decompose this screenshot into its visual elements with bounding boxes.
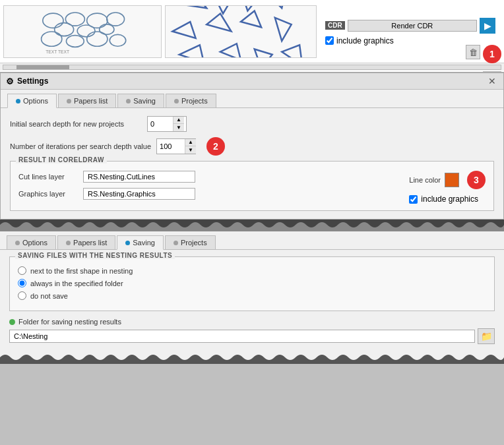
lower-tab-papers-list[interactable]: Papers list xyxy=(57,235,115,249)
lower-tab-projects[interactable]: Projects xyxy=(165,235,216,249)
svg-text:TEXT TEXT: TEXT TEXT xyxy=(46,49,69,54)
lower-settings-panel: Options Papers list Saving Projects SAVI… xyxy=(0,231,504,351)
jagged-divider-2 xyxy=(0,351,504,364)
settings-tabs-row: Options Papers list Saving Projects xyxy=(1,90,503,108)
radio-next-shape-label: next to the first shape in nesting xyxy=(30,267,133,275)
lower-tab-options-label: Options xyxy=(22,239,47,247)
delete-button[interactable]: 🗑 xyxy=(466,45,480,59)
tab-options[interactable]: Options xyxy=(7,94,57,108)
include-graphics-top-checkbox[interactable] xyxy=(325,36,334,45)
radio-do-not-save-label: do not save xyxy=(30,292,68,300)
iterations-label: Number of iterations per search depth va… xyxy=(10,142,151,150)
section-content: Cut lines layer Graphics layer Line colo… xyxy=(18,171,486,204)
lower-tab-projects-label: Projects xyxy=(181,239,207,247)
top-panel: TEXT TEXT xyxy=(0,0,504,73)
lower-tab-papers-dot xyxy=(66,241,71,245)
settings-title: ⚙ Settings xyxy=(6,76,48,86)
render-play-button[interactable]: ▶ xyxy=(480,18,495,34)
settings-titlebar: ⚙ Settings ✕ xyxy=(1,73,503,90)
radio-do-not-save-row: do not save xyxy=(18,291,486,300)
tab-saving-dot xyxy=(126,99,131,104)
initial-search-down[interactable]: ▼ xyxy=(173,124,184,131)
line-color-swatch[interactable] xyxy=(445,173,459,187)
badge-3: 3 xyxy=(467,171,486,189)
initial-search-input[interactable]: ▲ ▼ xyxy=(147,116,187,132)
lower-tab-saving-label: Saving xyxy=(133,239,155,247)
scrollbar-track[interactable] xyxy=(3,65,501,70)
tab-papers-dot xyxy=(67,99,71,104)
cut-lines-input[interactable] xyxy=(83,171,195,183)
canvas-preview-2: TEXT TEXT TEXT xyxy=(165,5,317,58)
cut-lines-label: Cut lines layer xyxy=(18,173,78,181)
tab-options-dot xyxy=(16,99,20,104)
initial-search-field[interactable] xyxy=(148,119,173,129)
graphics-layer-row: Graphics layer xyxy=(18,188,398,200)
render-cdr-button[interactable]: Render CDR xyxy=(348,20,477,32)
badge-2: 2 xyxy=(206,137,225,156)
iterations-down[interactable]: ▼ xyxy=(185,146,196,154)
tab-projects-dot xyxy=(174,99,179,104)
canvas-preview-1: TEXT TEXT xyxy=(3,5,162,58)
lower-tab-saving[interactable]: Saving xyxy=(117,235,164,250)
folder-status-dot xyxy=(9,319,15,325)
folder-input-row: 📁 xyxy=(9,328,495,344)
section-coreldraw-title: RESULT IN CORELDRAW xyxy=(16,156,107,163)
iterations-input[interactable]: ▲ ▼ xyxy=(156,138,196,154)
cdr-label: CDR xyxy=(325,21,345,30)
include-graphics-label: include graphics xyxy=(421,194,478,204)
cut-lines-row: Cut lines layer xyxy=(18,171,398,183)
iterations-field[interactable] xyxy=(157,141,185,152)
radio-specified-folder-label: always in the specified folder xyxy=(30,280,123,287)
lower-tab-papers-label: Papers list xyxy=(73,239,107,247)
tab-saving-top[interactable]: Saving xyxy=(117,94,164,107)
settings-title-text: Settings xyxy=(17,76,48,86)
folder-label-row: Folder for saving nesting results xyxy=(9,318,495,326)
section-right: Line color 3 include graphics xyxy=(409,171,486,204)
include-graphics-checkbox[interactable] xyxy=(409,195,418,204)
render-row: CDR Render CDR ▶ xyxy=(325,18,495,34)
scrollbar-thumb[interactable] xyxy=(16,65,69,69)
section-left: Cut lines layer Graphics layer xyxy=(18,171,398,204)
tab-projects-top[interactable]: Projects xyxy=(166,94,216,107)
saving-section: SAVING FILES WITH THE NESTING RESULTS ne… xyxy=(9,256,495,311)
radio-next-shape[interactable] xyxy=(18,266,26,275)
initial-search-up[interactable]: ▲ xyxy=(173,117,184,124)
tab-papers-label: Papers list xyxy=(74,97,108,105)
radio-next-shape-row: next to the first shape in nesting xyxy=(18,266,486,275)
jagged-divider-1 xyxy=(0,220,504,231)
settings-body: Initial search depth for new projects ▲ … xyxy=(1,108,503,219)
settings-panel-options: ⚙ Settings ✕ Options Papers list Saving … xyxy=(0,73,504,220)
initial-search-row: Initial search depth for new projects ▲ … xyxy=(10,116,494,132)
saving-section-title: SAVING FILES WITH THE NESTING RESULTS xyxy=(15,252,175,259)
graphics-layer-label: Graphics layer xyxy=(18,190,78,198)
result-in-coreldraw-section: RESULT IN CORELDRAW Cut lines layer Grap… xyxy=(10,161,494,211)
lower-tab-options[interactable]: Options xyxy=(7,235,56,249)
tab-saving-label: Saving xyxy=(133,97,156,105)
top-right-panel: CDR Render CDR ▶ include graphics xyxy=(320,15,501,48)
graphics-layer-input[interactable] xyxy=(83,188,195,200)
folder-browse-button[interactable]: 📁 xyxy=(478,328,495,344)
lower-tab-projects-dot xyxy=(173,241,178,245)
folder-label-text: Folder for saving nesting results xyxy=(18,318,121,326)
radio-do-not-save[interactable] xyxy=(18,291,26,300)
tab-papers-list[interactable]: Papers list xyxy=(58,94,116,107)
lower-tab-saving-dot xyxy=(125,241,130,245)
iterations-row: Number of iterations per search depth va… xyxy=(10,137,494,156)
badge-1: 1 xyxy=(483,45,501,63)
include-graphics-row: include graphics xyxy=(409,194,478,204)
lower-tab-options-dot xyxy=(15,241,20,245)
gear-icon: ⚙ xyxy=(6,76,14,86)
include-graphics-top-label: include graphics xyxy=(336,36,394,45)
folder-path-input[interactable] xyxy=(9,330,475,343)
include-graphics-top-row: include graphics xyxy=(325,36,394,45)
line-color-row: Line color 3 xyxy=(409,171,486,189)
settings-close-button[interactable]: ✕ xyxy=(486,76,498,86)
line-color-label: Line color xyxy=(409,176,441,184)
initial-search-label: Initial search depth for new projects xyxy=(10,120,142,128)
scrollbar-area xyxy=(0,63,504,71)
radio-specified-folder-row: always in the specified folder xyxy=(18,279,486,287)
tab-options-label: Options xyxy=(23,97,48,105)
radio-specified-folder[interactable] xyxy=(18,279,26,287)
iterations-up[interactable]: ▲ xyxy=(185,139,196,146)
lower-tabs-row: Options Papers list Saving Projects xyxy=(0,231,504,250)
